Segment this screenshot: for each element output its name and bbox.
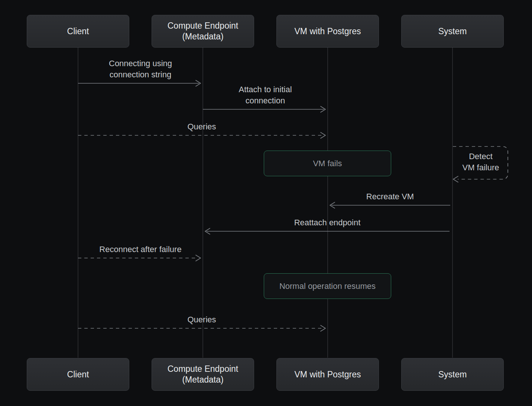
self-note-detect-vm-failure: Detect VM failure <box>462 151 499 173</box>
arrow-connecting-using-connection-string <box>78 80 201 86</box>
actor-vm-with-postgres-bottom: VM with Postgres <box>276 358 379 391</box>
lifeline-system <box>452 48 453 358</box>
actor-compute-endpoint-bottom: Compute Endpoint (Metadata) <box>152 358 254 391</box>
actor-client-top: Client <box>27 15 129 48</box>
message-label-connecting-using-connection-string: Connecting using connection string <box>109 58 172 80</box>
actor-compute-endpoint-top: Compute Endpoint (Metadata) <box>152 15 254 48</box>
arrow-reconnect-after-failure <box>78 255 201 261</box>
actor-client-bottom: Client <box>27 358 129 391</box>
actor-vm-with-postgres-top: VM with Postgres <box>276 15 379 48</box>
actor-system-bottom: System <box>401 358 504 391</box>
arrow-recreate-vm <box>330 202 450 208</box>
actor-system-top: System <box>401 15 504 48</box>
message-label-queries-2: Queries <box>187 314 216 325</box>
lifeline-vm-with-postgres <box>327 48 328 358</box>
message-label-reattach-endpoint: Reattach endpoint <box>294 217 361 228</box>
arrow-attach-to-initial-connection <box>203 106 325 112</box>
sequence-diagram: Client Compute Endpoint (Metadata) VM wi… <box>0 0 532 406</box>
arrow-queries-1 <box>78 132 325 138</box>
message-label-attach-to-initial-connection: Attach to initial connection <box>239 84 292 106</box>
note-vm-fails: VM fails <box>264 151 391 176</box>
message-label-queries-1: Queries <box>187 121 216 132</box>
lifeline-client <box>78 48 78 358</box>
note-normal-operation-resumes: Normal operation resumes <box>264 273 391 299</box>
message-label-reconnect-after-failure: Reconnect after failure <box>99 244 181 255</box>
message-label-recreate-vm: Recreate VM <box>366 191 414 202</box>
lifeline-compute-endpoint <box>202 48 203 358</box>
arrow-queries-2 <box>78 325 325 331</box>
